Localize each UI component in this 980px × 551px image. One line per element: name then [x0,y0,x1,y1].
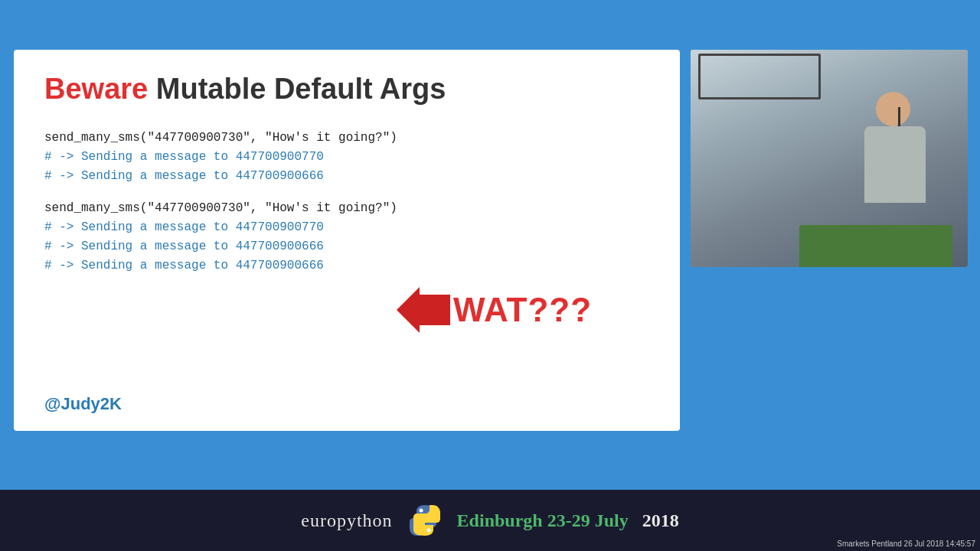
red-arrow-icon [397,287,450,333]
twitter-handle: @Judy2K [44,394,122,414]
truss-decoration [698,54,821,99]
wat-container: WAT??? [397,287,592,333]
speaker-head [876,92,910,126]
footer-year: 2018 [642,510,679,531]
code2-line2: # -> Sending a message to 447700900770 [44,218,649,237]
footer: europython Edinburgh 23-29 July 2018 Sma… [0,490,980,551]
code1-line2: # -> Sending a message to 447700900770 [44,148,649,167]
right-panel [691,50,968,440]
svg-point-2 [426,529,430,533]
slide-panel: Beware Mutable Default Args send_many_sm… [14,50,680,431]
code2-line1: send_many_sms("447700900730", "How's it … [44,199,649,218]
slide-title: Beware Mutable Default Args [44,73,649,106]
code-block-2: send_many_sms("447700900730", "How's it … [44,199,649,275]
footer-brand: europython [301,510,392,531]
code1-line1: send_many_sms("447700900730", "How's it … [44,129,649,148]
timestamp: Smarkets Pentland 26 Jul 2018 14:45:57 [837,540,975,548]
top-bar [0,0,980,50]
code2-line3: # -> Sending a message to 447700900666 [44,237,649,256]
camera-feed [691,50,968,267]
code2-line4: # -> Sending a message to 447700900666 [44,256,649,276]
speaker-body [864,126,926,203]
slide-title-rest: Mutable Default Args [148,73,446,105]
camera-feed-inner [691,50,968,267]
code1-line3: # -> Sending a message to 447700900666 [44,167,649,186]
code-block-1: send_many_sms("447700900730", "How's it … [44,129,649,185]
python-logo-icon [407,502,443,539]
main-area: Beware Mutable Default Args send_many_sm… [0,50,980,440]
svg-marker-0 [397,287,450,333]
footer-city-date: Edinburgh 23-29 July [457,510,629,531]
wat-label: WAT??? [453,291,592,329]
podium [799,225,952,267]
svg-point-1 [419,509,423,513]
slide-title-beware: Beware [44,73,148,105]
